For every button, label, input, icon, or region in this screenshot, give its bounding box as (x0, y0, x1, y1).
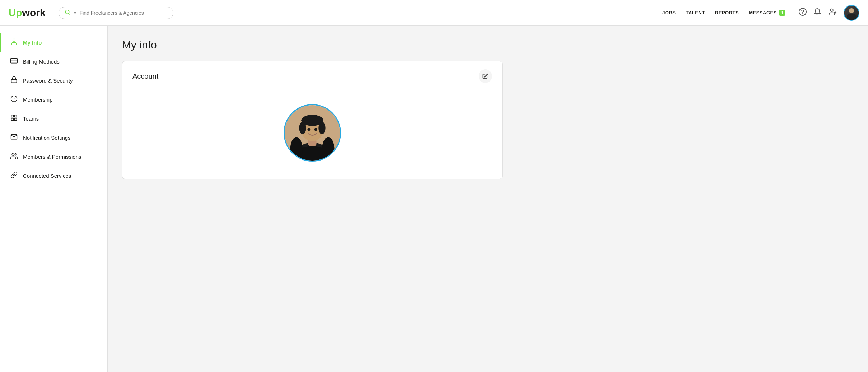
sidebar-item-membership[interactable]: Membership (0, 90, 107, 109)
profile-photo-body (122, 91, 502, 179)
svg-rect-10 (11, 79, 17, 83)
help-icon[interactable] (798, 8, 807, 18)
avatar-nav-inner (844, 6, 859, 20)
search-input[interactable] (80, 10, 167, 16)
svg-rect-14 (15, 118, 17, 121)
main-navigation: JOBS TALENT REPORTS MESSAGES 1 (662, 10, 785, 16)
person-body (847, 14, 856, 20)
main-content: My info Account (108, 26, 868, 372)
sidebar-label-password-security: Password & Security (23, 77, 73, 84)
svg-rect-12 (11, 115, 14, 117)
messages-badge: 1 (779, 10, 785, 16)
search-dropdown-arrow[interactable]: ▾ (74, 10, 76, 15)
sidebar-label-members-permissions: Members & Permissions (23, 153, 81, 161)
svg-point-28 (314, 128, 317, 131)
connected-services-icon (10, 171, 18, 180)
sidebar: My Info Billing Methods Password & Secur… (0, 26, 108, 372)
sidebar-label-connected-services: Connected Services (23, 172, 71, 180)
person-head (849, 8, 854, 13)
sidebar-item-notification-settings[interactable]: Notification Settings (0, 128, 107, 147)
svg-point-4 (830, 9, 833, 11)
teams-icon (10, 114, 18, 123)
edit-account-button[interactable] (479, 69, 492, 83)
svg-point-23 (318, 122, 325, 134)
logo-up: Up (9, 7, 22, 18)
membership-icon (10, 95, 18, 104)
notification-settings-icon (10, 133, 18, 142)
logo-work: work (22, 7, 45, 18)
profile-avatar-inner (285, 105, 340, 161)
svg-rect-13 (15, 115, 17, 117)
nav-icons-group (798, 5, 859, 21)
add-user-icon[interactable] (828, 8, 837, 18)
avatar-person (847, 8, 856, 20)
profile-avatar-large[interactable] (284, 104, 341, 162)
sidebar-item-members-permissions[interactable]: Members & Permissions (0, 147, 107, 166)
nav-messages[interactable]: MESSAGES (749, 10, 777, 15)
svg-rect-15 (11, 118, 14, 121)
my-info-icon (10, 38, 18, 47)
notifications-icon[interactable] (813, 8, 821, 18)
account-section: Account (122, 61, 502, 91)
nav-reports[interactable]: REPORTS (715, 10, 739, 15)
sidebar-label-my-info: My Info (23, 39, 42, 46)
svg-point-16 (12, 153, 14, 156)
nav-talent[interactable]: TALENT (686, 10, 705, 15)
page-layout: My Info Billing Methods Password & Secur… (0, 26, 868, 372)
sidebar-label-billing-methods: Billing Methods (23, 58, 60, 65)
sidebar-label-teams: Teams (23, 115, 39, 122)
svg-point-27 (308, 128, 311, 131)
members-permissions-icon (10, 152, 18, 161)
nav-jobs[interactable]: JOBS (662, 10, 676, 15)
svg-point-7 (13, 39, 15, 42)
svg-rect-8 (11, 58, 17, 63)
search-icon (65, 9, 70, 17)
content-card: Account (122, 61, 503, 179)
password-security-icon (10, 76, 18, 85)
svg-point-22 (299, 122, 306, 134)
sidebar-item-billing-methods[interactable]: Billing Methods (0, 52, 107, 71)
sidebar-label-membership: Membership (23, 96, 53, 103)
user-avatar-nav[interactable] (844, 5, 859, 21)
search-bar[interactable]: ▾ (59, 7, 173, 19)
billing-methods-icon (10, 57, 18, 66)
sidebar-item-connected-services[interactable]: Connected Services (0, 166, 107, 185)
sidebar-item-teams[interactable]: Teams (0, 109, 107, 128)
top-navigation: Upwork ▾ JOBS TALENT REPORTS MESSAGES 1 (0, 0, 868, 26)
sidebar-item-my-info[interactable]: My Info (0, 33, 107, 52)
svg-line-1 (69, 13, 70, 14)
account-section-header: Account (122, 61, 502, 91)
profile-photo-section (122, 91, 502, 179)
avatar-svg (285, 105, 340, 161)
page-title: My info (122, 39, 854, 51)
sidebar-label-notification-settings: Notification Settings (23, 134, 71, 141)
account-section-title: Account (132, 72, 158, 80)
logo[interactable]: Upwork (9, 7, 46, 19)
nav-messages-container[interactable]: MESSAGES 1 (749, 10, 785, 16)
sidebar-item-password-security[interactable]: Password & Security (0, 71, 107, 90)
